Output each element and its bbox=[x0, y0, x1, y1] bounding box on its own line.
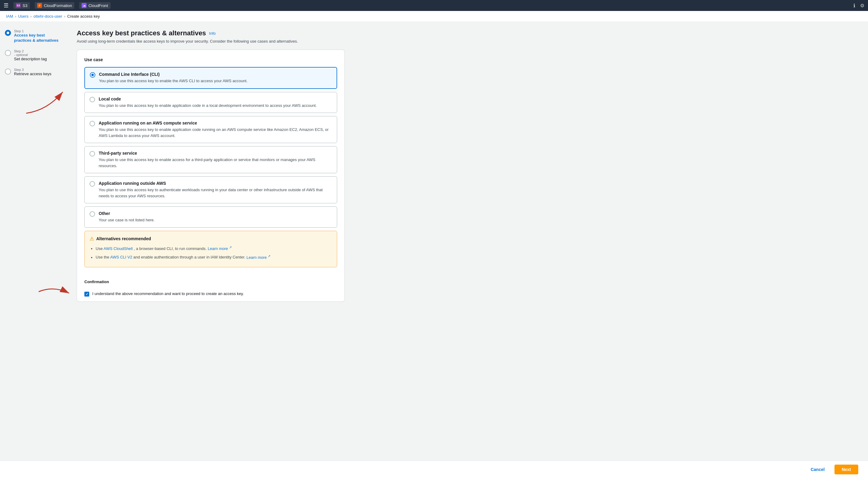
option-third-party-desc: You plan to use this access key to enabl… bbox=[99, 157, 332, 169]
option-outside-aws-title: Application running outside AWS bbox=[99, 181, 332, 186]
step-3: Step 3 Retrieve access keys bbox=[5, 68, 62, 77]
footer-bar: Cancel Next bbox=[0, 460, 868, 476]
radio-aws-compute bbox=[90, 121, 95, 126]
option-cli-title: Command Line Interface (CLI) bbox=[99, 72, 332, 77]
alt-list: Use AWS CloudShell , a browser-based CLI… bbox=[90, 245, 332, 261]
option-local-code-content: Local code You plan to use this access k… bbox=[99, 97, 332, 109]
breadcrumb-user[interactable]: ottehr-docs-user bbox=[33, 14, 62, 19]
alt-learn-more-2[interactable]: Learn more ↗ bbox=[246, 255, 271, 260]
option-other[interactable]: Other Your use case is not listed here. bbox=[84, 206, 337, 228]
confirmation-checkbox[interactable] bbox=[84, 292, 89, 296]
main-container: Step 1 Access key best practices & alter… bbox=[0, 22, 868, 476]
help-icon[interactable]: ℹ bbox=[854, 3, 855, 8]
cloudfront-label: CloudFront bbox=[88, 3, 108, 8]
alt-header: ⚠ Alternatives recommended bbox=[90, 236, 332, 242]
use-case-label: Use case bbox=[84, 57, 337, 62]
step-1-number: Step 1 bbox=[14, 29, 62, 33]
breadcrumb-sep-3: › bbox=[64, 14, 65, 19]
s3-label: S3 bbox=[23, 3, 27, 8]
confirmation-label: Confirmation bbox=[84, 280, 337, 284]
radio-outside-aws bbox=[90, 181, 95, 187]
alt-item-1-text-before: Use bbox=[96, 246, 103, 251]
step-2-labels: Step 2 - optional Set description tag bbox=[14, 49, 62, 62]
breadcrumb-users[interactable]: Users bbox=[18, 14, 28, 19]
step-2: Step 2 - optional Set description tag bbox=[5, 49, 62, 62]
breadcrumb-current: Create access key bbox=[67, 14, 100, 19]
option-cli-content: Command Line Interface (CLI) You plan to… bbox=[99, 72, 332, 84]
step-3-indicator bbox=[5, 68, 11, 74]
cloudformation-app-tab[interactable]: ⚡ CloudFormation bbox=[35, 2, 74, 9]
page-title: Access key best practices & alternatives bbox=[77, 29, 206, 37]
cloudformation-icon: ⚡ bbox=[37, 3, 42, 8]
radio-cli bbox=[90, 72, 95, 77]
alt-header-text: Alternatives recommended bbox=[96, 236, 151, 241]
alt-item-2-text-before: Use the bbox=[96, 255, 110, 260]
option-other-desc: Your use case is not listed here. bbox=[99, 217, 332, 223]
radio-third-party bbox=[90, 151, 95, 157]
option-aws-compute-desc: You plan to use this access key to enabl… bbox=[99, 127, 332, 138]
content-area: Access key best practices & alternatives… bbox=[67, 22, 868, 476]
breadcrumb: IAM › Users › ottehr-docs-user › Create … bbox=[0, 11, 868, 22]
use-case-container: Use case Command Line Interface (CLI) Yo… bbox=[77, 50, 345, 275]
option-outside-aws[interactable]: Application running outside AWS You plan… bbox=[84, 176, 337, 203]
option-cli-desc: You plan to use this access key to enabl… bbox=[99, 78, 332, 84]
option-aws-compute-content: Application running on an AWS compute se… bbox=[99, 121, 332, 138]
radio-local-code bbox=[90, 97, 95, 102]
step-3-title: Retrieve access keys bbox=[14, 71, 62, 77]
step-3-labels: Step 3 Retrieve access keys bbox=[14, 68, 62, 77]
step-2-indicator bbox=[5, 50, 11, 56]
cloudfront-app-tab[interactable]: ☁ CloudFront bbox=[79, 2, 110, 9]
radio-other bbox=[90, 211, 95, 217]
page-subtitle: Avoid using long-term credentials like a… bbox=[77, 39, 858, 43]
alt-item-1-text-middle: , a browser-based CLI, to run commands. bbox=[134, 246, 208, 251]
step-2-title: Set description tag bbox=[14, 57, 62, 62]
option-local-code-desc: You plan to use this access key to enabl… bbox=[99, 103, 332, 109]
hamburger-menu[interactable]: ☰ bbox=[4, 2, 8, 9]
step-2-number: Step 2 bbox=[14, 49, 62, 53]
topbar: ☰ S3 S3 ⚡ CloudFormation ☁ CloudFront ℹ … bbox=[0, 0, 868, 11]
step-1-indicator bbox=[5, 30, 11, 36]
option-local-code[interactable]: Local code You plan to use this access k… bbox=[84, 92, 337, 113]
option-third-party[interactable]: Third-party service You plan to use this… bbox=[84, 146, 337, 173]
option-cli[interactable]: Command Line Interface (CLI) You plan to… bbox=[84, 67, 337, 89]
option-other-content: Other Your use case is not listed here. bbox=[99, 211, 332, 223]
alt-item-1: Use AWS CloudShell , a browser-based CLI… bbox=[96, 245, 332, 252]
option-third-party-title: Third-party service bbox=[99, 151, 332, 156]
cloudfront-icon: ☁ bbox=[82, 3, 87, 8]
option-third-party-content: Third-party service You plan to use this… bbox=[99, 151, 332, 169]
alt-item-2-text-middle: and enable authentication through a user… bbox=[133, 255, 246, 260]
option-aws-compute[interactable]: Application running on an AWS compute se… bbox=[84, 116, 337, 143]
page-title-row: Access key best practices & alternatives… bbox=[77, 29, 858, 37]
step-1-labels: Step 1 Access key best practices & alter… bbox=[14, 29, 62, 43]
use-case-section: Use case Command Line Interface (CLI) Yo… bbox=[77, 50, 345, 302]
alt-learn-more-1[interactable]: Learn more ↗ bbox=[208, 246, 232, 251]
step-1-title: Access key best practices & alternatives bbox=[14, 33, 62, 43]
step-1: Step 1 Access key best practices & alter… bbox=[5, 29, 62, 43]
next-button[interactable]: Next bbox=[835, 465, 858, 474]
topbar-right: ℹ ⚙ bbox=[854, 3, 864, 8]
breadcrumb-sep-2: › bbox=[30, 14, 31, 19]
confirmation-section: Confirmation I understand the abo bbox=[77, 275, 345, 302]
confirmation-checkbox-label: I understand the above recommendation an… bbox=[92, 291, 244, 296]
option-outside-aws-content: Application running outside AWS You plan… bbox=[99, 181, 332, 199]
s3-app-tab[interactable]: S3 S3 bbox=[13, 2, 30, 9]
cancel-button[interactable]: Cancel bbox=[805, 465, 831, 474]
info-link[interactable]: Info bbox=[209, 31, 216, 36]
option-local-code-title: Local code bbox=[99, 97, 332, 101]
alternatives-box: ⚠ Alternatives recommended Use AWS Cloud… bbox=[84, 231, 337, 267]
alt-cliv2-link[interactable]: AWS CLI V2 bbox=[110, 255, 132, 260]
alt-cloudshell-link[interactable]: AWS CloudShell bbox=[103, 246, 133, 251]
breadcrumb-sep-1: › bbox=[15, 14, 16, 19]
alt-item-2: Use the AWS CLI V2 and enable authentica… bbox=[96, 253, 332, 260]
step-2-optional: - optional bbox=[14, 53, 62, 57]
option-other-title: Other bbox=[99, 211, 332, 216]
warn-icon: ⚠ bbox=[90, 236, 94, 242]
option-outside-aws-desc: You plan to use this access key to authe… bbox=[99, 187, 332, 199]
breadcrumb-iam[interactable]: IAM bbox=[6, 14, 13, 19]
checkbox-row[interactable]: I understand the above recommendation an… bbox=[84, 291, 337, 296]
settings-icon[interactable]: ⚙ bbox=[860, 3, 864, 8]
cloudformation-label: CloudFormation bbox=[44, 3, 72, 8]
step-3-number: Step 3 bbox=[14, 68, 62, 71]
s3-icon: S3 bbox=[16, 3, 21, 8]
sidebar: Step 1 Access key best practices & alter… bbox=[0, 22, 67, 476]
